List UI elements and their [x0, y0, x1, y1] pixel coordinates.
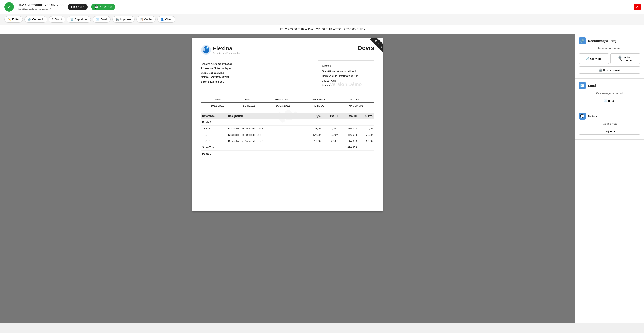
logo-subtitle: Compte de démonstration [213, 52, 240, 55]
meta-header-echeance: Echéance : [264, 97, 301, 103]
meta-val-echeance: 10/08/2022 [264, 102, 301, 109]
convertir-panel-button[interactable]: 🔗 Convertir [579, 54, 609, 64]
company-address1: 12, rue de l'informatique [201, 66, 233, 71]
company-info: Société de démonstration 12, rue de l'in… [201, 62, 233, 91]
logo: Flexina Compte de démonstration [201, 45, 240, 55]
client-box-label: Client : [322, 64, 370, 68]
sous-total-empty3 [322, 144, 339, 150]
email-status: Pas envoyé par email [579, 92, 640, 95]
sous-total-label: Sous-Total [201, 144, 227, 150]
col-reference: Référence [201, 113, 227, 119]
email-label: Email [100, 18, 108, 21]
stamp-text: En cours [374, 40, 382, 49]
header-date: 11/07/2022 [47, 3, 64, 7]
logo-area: Flexina Compte de démonstration [201, 45, 240, 55]
item-tva: 20,00 [359, 138, 374, 144]
summary-text: HT : 2 280,00 EUR – TVA : 456,00 EUR – T… [279, 28, 366, 31]
col-qty: Qté [307, 113, 322, 119]
ajouter-label: + Ajouter [604, 130, 615, 133]
supprimer-button[interactable]: 🗑️ Supprimer [67, 16, 91, 23]
meta-val-date: 11/7/2022 [234, 102, 265, 109]
documents-icon: 🔗 [579, 37, 586, 44]
bon-travail-icon: 🖨️ [599, 68, 603, 72]
col-tva: % TVA [359, 113, 374, 119]
statut-button[interactable]: # Statut [49, 16, 65, 23]
item-qty: 123,00 [307, 132, 322, 138]
item-total: 276,00 € [339, 125, 359, 132]
item-qty: 12,00 [307, 138, 322, 144]
statut-icon: # [52, 18, 54, 21]
meta-val-tva: FR 000 001 [338, 102, 374, 109]
status-check-icon: ✓ [4, 2, 14, 12]
imprimer-label: Imprimer [120, 18, 131, 21]
client-country: France [322, 83, 370, 88]
copier-button[interactable]: 📋 Copier [136, 16, 156, 23]
item-pu: 12,00 € [322, 132, 339, 138]
documents-title: Document(s) lié(s) [588, 39, 616, 43]
documents-section: 🔗 Document(s) lié(s) Aucune conversion 🔗… [575, 34, 644, 79]
poste1-label: Poste 1 [201, 119, 374, 126]
email-btn-icon: ✉️ [604, 99, 608, 102]
logo-name: Flexina [213, 45, 240, 52]
meta-header-no-client: No. Client : [301, 97, 338, 103]
convertir-panel-label: Convertir [590, 57, 602, 60]
notes-section: 💬 Notes Aucune note + Ajouter [575, 109, 644, 140]
doc-meta-table: Devis Date : Echéance : No. Client : N° … [201, 97, 374, 109]
client-label: Client [165, 18, 172, 21]
logo-text-area: Flexina Compte de démonstration [213, 45, 240, 55]
convert-icon: 🔗 [28, 18, 31, 21]
email-panel-button[interactable]: ✉️ Email [579, 97, 640, 104]
client-icon: 👤 [160, 18, 164, 21]
table-row: Poste 1 [201, 119, 374, 126]
notes-count: Notes : 0 [100, 5, 112, 9]
header: ✓ Devis 2022/0001 - 11/07/2022 Société d… [0, 0, 644, 14]
email-button[interactable]: ✉️ Email [92, 16, 111, 23]
status-badge: En cours [68, 4, 88, 10]
bon-travail-button[interactable]: 🖨️ Bon de travail [579, 67, 640, 74]
email-panel-icon: ✉️ [579, 82, 586, 89]
facture-acompte-button[interactable]: 🖨️ Facture d'acompte [610, 54, 640, 64]
edit-icon: ✏️ [8, 18, 11, 21]
devis-number: Devis 2022/0001 [17, 3, 44, 7]
client-box: Client : Société de démonstration 1 Boul… [318, 60, 374, 91]
convertir-button[interactable]: 🔗 Convertir [24, 16, 47, 23]
notes-badge[interactable]: 💬 Notes : 0 [91, 4, 115, 10]
sous-total-empty1 [227, 144, 307, 150]
no-conversion-text: Aucune conversion [579, 47, 640, 50]
convertir-label: Convertir [32, 18, 44, 21]
table-row: TEST3 Desciption de l'article de test 3 … [201, 138, 374, 144]
editer-label: Editer [12, 18, 20, 21]
editer-button[interactable]: ✏️ Editer [4, 16, 23, 23]
item-tva: 20,00 [359, 125, 374, 132]
poste2-label: Poste 2 [201, 150, 374, 157]
imprimer-button[interactable]: 🖨️ Imprimer [112, 16, 134, 23]
table-row: TEST1 Desciption de l'article de test 1 … [201, 125, 374, 132]
print-icon: 🖨️ [116, 18, 119, 21]
bon-travail-label: Bon de travail [603, 68, 620, 72]
chat-icon: 💬 [94, 5, 98, 9]
email-btn-label: Email [608, 99, 615, 102]
right-panel: 🔗 Document(s) lié(s) Aucune conversion 🔗… [575, 34, 644, 323]
notes-panel-icon: 💬 [579, 113, 586, 120]
document-paper: ❧ En cours [192, 38, 382, 211]
stamp-container: En cours [361, 38, 382, 60]
item-ref: TEST1 [201, 125, 227, 132]
meta-header-devis: Devis [201, 97, 234, 103]
statut-label: Statut [54, 18, 62, 21]
sous-total-value: 1 896,00 € [339, 144, 359, 150]
supprimer-label: Supprimer [75, 18, 88, 21]
ajouter-note-button[interactable]: + Ajouter [579, 128, 640, 135]
col-designation: Désignation [227, 113, 307, 119]
email-icon: ✉️ [96, 18, 99, 21]
close-button[interactable]: ✕ [634, 4, 640, 10]
header-info: Devis 2022/0001 - 11/07/2022 Société de … [17, 3, 64, 11]
col-total-ht: Total HT [339, 113, 359, 119]
col-pu-ht: PU HT [322, 113, 339, 119]
main-content: ❧ En cours [0, 34, 644, 323]
company-address2: 71220 LogicielVille [201, 71, 233, 75]
notes-panel-title: Notes [588, 114, 597, 118]
item-designation: Desciption de l'article de test 1 [227, 125, 307, 132]
client-button[interactable]: 👤 Client [157, 16, 176, 23]
copier-label: Copier [144, 18, 152, 21]
logo-bird-icon [201, 45, 211, 55]
